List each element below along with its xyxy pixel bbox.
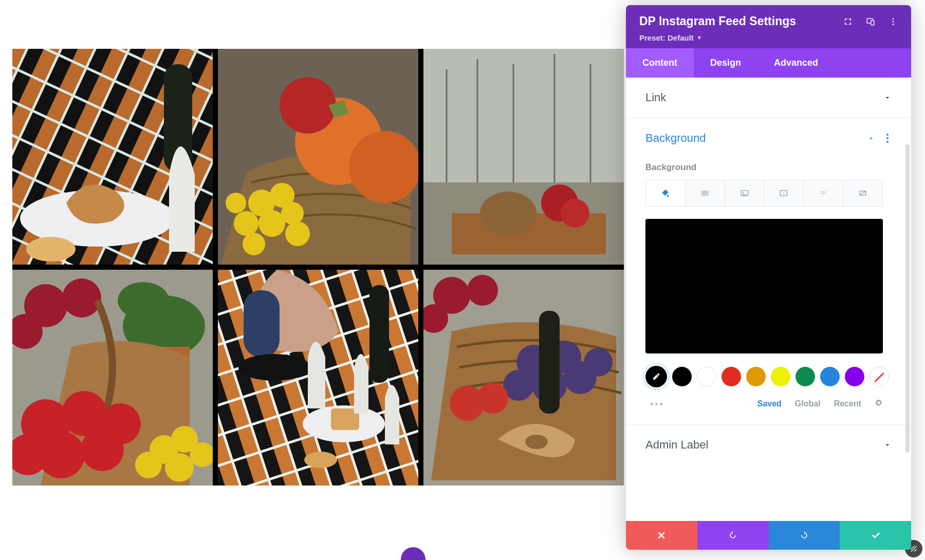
caret-down-icon: ▼ xyxy=(697,35,702,41)
swatch-purple[interactable] xyxy=(845,367,864,386)
svg-point-34 xyxy=(62,278,101,318)
tab-advanced[interactable]: Advanced xyxy=(757,48,835,78)
panel-title: DP Instagram Feed Settings xyxy=(639,14,796,28)
image-icon xyxy=(739,188,750,198)
feed-tile[interactable] xyxy=(218,49,418,265)
svg-point-19 xyxy=(243,233,265,255)
background-type-tabs xyxy=(645,180,883,207)
responsive-view-button[interactable] xyxy=(866,17,875,26)
swatch-none[interactable] xyxy=(869,367,889,386)
svg-rect-55 xyxy=(244,290,280,357)
section-background-title: Background xyxy=(645,132,706,145)
feed-tile[interactable] xyxy=(218,270,418,486)
svg-point-44 xyxy=(81,428,124,471)
pattern-icon xyxy=(818,188,828,198)
swatch-black[interactable] xyxy=(672,367,692,386)
section-admin-label-header[interactable]: Admin Label xyxy=(645,425,892,465)
svg-point-89 xyxy=(823,193,824,194)
svg-point-85 xyxy=(821,191,822,192)
swatch-white[interactable] xyxy=(697,367,716,386)
svg-rect-73 xyxy=(539,311,560,414)
svg-point-63 xyxy=(467,275,498,306)
svg-point-60 xyxy=(304,452,337,468)
chevron-down-icon xyxy=(883,94,892,102)
swatch-tab-global[interactable]: Global xyxy=(795,399,821,408)
close-icon xyxy=(656,530,667,540)
swatch-settings-button[interactable] xyxy=(875,399,883,409)
feed-tile[interactable] xyxy=(12,49,213,265)
more-vertical-icon xyxy=(889,17,898,26)
background-field-label: Background xyxy=(645,162,892,173)
section-link-title: Link xyxy=(645,91,666,104)
module-settings-panel: DP Instagram Feed Settings Preset: Defau… xyxy=(626,5,911,550)
eyedropper-icon xyxy=(652,372,661,381)
feed-tile[interactable] xyxy=(423,49,624,265)
swatch-orange[interactable] xyxy=(746,367,766,386)
svg-rect-76 xyxy=(871,20,874,25)
bg-type-mask[interactable] xyxy=(843,180,882,206)
add-module-fab[interactable] xyxy=(401,547,425,560)
section-link-header[interactable]: Link xyxy=(645,78,892,118)
swatch-tab-recent[interactable]: Recent xyxy=(834,399,861,408)
bg-type-video[interactable] xyxy=(764,180,804,206)
gradient-icon xyxy=(700,188,710,198)
swatch-blue[interactable] xyxy=(820,367,840,386)
svg-point-11 xyxy=(280,77,336,134)
svg-point-79 xyxy=(893,23,894,25)
more-options-button[interactable] xyxy=(889,17,898,26)
expand-button[interactable] xyxy=(843,17,853,26)
svg-point-31 xyxy=(561,199,589,228)
color-swatch-row xyxy=(645,366,892,387)
svg-point-86 xyxy=(823,191,824,192)
section-options-button[interactable] xyxy=(883,134,892,143)
undo-button[interactable] xyxy=(697,521,769,550)
redo-button[interactable] xyxy=(769,521,840,550)
save-button[interactable] xyxy=(840,521,911,550)
settings-tabs: Content Design Advanced xyxy=(626,48,911,78)
bg-type-pattern[interactable] xyxy=(804,180,843,206)
undo-icon xyxy=(728,530,738,540)
tab-design[interactable]: Design xyxy=(694,48,757,78)
svg-point-10 xyxy=(349,131,418,203)
svg-point-14 xyxy=(234,211,258,236)
chevron-up-icon xyxy=(867,134,875,142)
bg-type-gradient[interactable] xyxy=(686,180,725,206)
svg-point-29 xyxy=(480,192,536,235)
svg-point-72 xyxy=(477,383,508,414)
svg-point-87 xyxy=(824,191,825,192)
bg-type-color[interactable] xyxy=(646,180,686,206)
svg-point-77 xyxy=(893,18,894,20)
section-background-header[interactable]: Background xyxy=(645,118,892,158)
svg-point-37 xyxy=(118,282,169,319)
instagram-feed-preview xyxy=(12,49,624,486)
swatch-red[interactable] xyxy=(721,367,741,386)
swatch-tab-saved[interactable]: Saved xyxy=(757,399,782,408)
panel-scrollbar[interactable] xyxy=(905,144,910,453)
eyedropper-button[interactable] xyxy=(645,366,667,387)
section-background-content: Background xyxy=(645,162,892,424)
tab-content[interactable]: Content xyxy=(626,48,694,78)
svg-point-47 xyxy=(135,452,162,478)
swatch-more-button[interactable] xyxy=(645,403,662,405)
responsive-icon xyxy=(866,17,875,26)
mask-icon xyxy=(858,188,868,198)
svg-rect-81 xyxy=(701,191,708,196)
panel-header[interactable]: DP Instagram Feed Settings Preset: Defau… xyxy=(626,5,911,48)
svg-point-17 xyxy=(226,193,246,213)
feed-tile[interactable] xyxy=(423,270,624,486)
background-color-preview[interactable] xyxy=(645,219,883,353)
swatch-green[interactable] xyxy=(795,367,815,386)
chevron-down-icon xyxy=(883,441,892,449)
svg-point-16 xyxy=(281,202,304,225)
svg-point-74 xyxy=(525,435,548,449)
bg-type-image[interactable] xyxy=(725,180,765,206)
preset-selector[interactable]: Preset: Default ▼ xyxy=(639,33,898,42)
section-admin-label: Admin Label xyxy=(626,425,911,465)
swatch-yellow[interactable] xyxy=(771,367,790,386)
section-background: Background Background xyxy=(626,118,911,425)
cancel-button[interactable] xyxy=(626,521,697,550)
video-icon xyxy=(779,188,789,198)
svg-point-18 xyxy=(285,221,310,246)
feed-tile[interactable] xyxy=(12,270,213,486)
svg-point-78 xyxy=(893,21,894,22)
